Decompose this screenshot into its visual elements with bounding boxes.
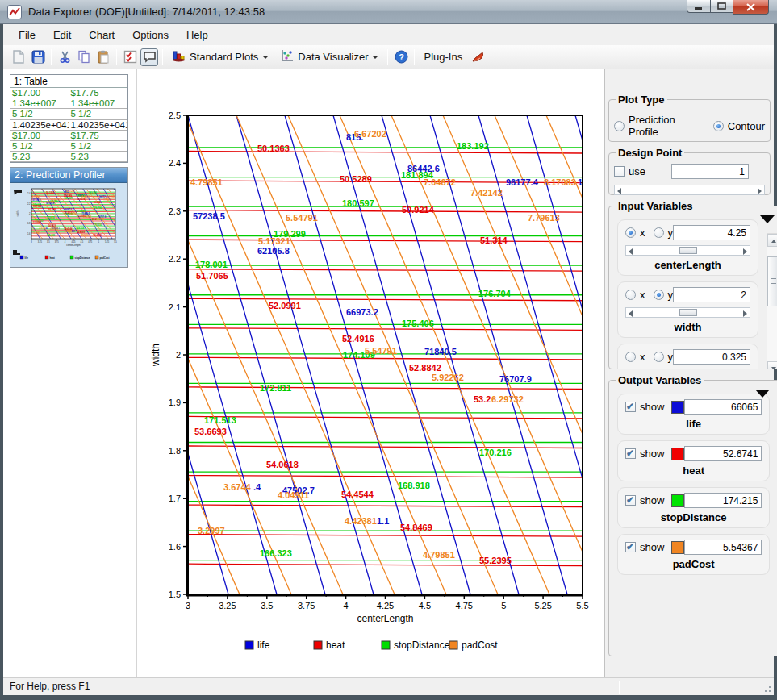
slider-right-arrow-icon[interactable] — [743, 310, 747, 317]
svg-text:76707.9: 76707.9 — [499, 374, 532, 384]
data-visualizer-button[interactable]: Data Visualizer — [274, 48, 384, 66]
menu-file[interactable]: File — [10, 26, 44, 44]
maximize-button[interactable] — [711, 0, 733, 13]
plot-area[interactable]: 50.1363815.6.67202183.1924.7985150.52898… — [137, 69, 604, 677]
menu-edit[interactable]: Edit — [44, 26, 80, 44]
slider-left-arrow-icon[interactable] — [629, 310, 633, 317]
series-color-swatch[interactable] — [671, 448, 684, 460]
input-variable-slider[interactable] — [625, 245, 750, 256]
show-checkbox[interactable] — [625, 542, 636, 552]
series-color-swatch[interactable] — [671, 401, 684, 414]
svg-text:15: 15 — [115, 195, 118, 198]
svg-text:57238.5: 57238.5 — [193, 211, 225, 221]
window-buttons — [687, 0, 769, 15]
slider-right-arrow-icon[interactable] — [743, 248, 747, 255]
y-axis-radio[interactable] — [654, 227, 664, 238]
svg-text:3.25: 3.25 — [219, 601, 236, 610]
scrollbar-thumb[interactable] — [767, 256, 777, 306]
new-icon[interactable] — [10, 48, 27, 66]
checklist-icon[interactable] — [121, 48, 139, 66]
y-axis-radio[interactable] — [654, 290, 664, 300]
show-label: show — [640, 401, 664, 413]
svg-text:5.54791: 5.54791 — [69, 212, 78, 215]
design-point-input[interactable] — [671, 164, 749, 179]
plugin-flag-icon[interactable] — [469, 48, 487, 66]
save-icon[interactable] — [29, 48, 47, 66]
input-variables-scrollbar[interactable] — [767, 233, 777, 369]
status-text: For Help, press F1 — [10, 681, 90, 692]
y-axis-radio[interactable] — [654, 352, 664, 362]
output-variable-value[interactable] — [684, 540, 762, 555]
scroll-up-button[interactable] — [767, 234, 777, 247]
svg-text:176.704: 176.704 — [478, 289, 512, 298]
table-cell: 5 1/2 — [69, 141, 128, 151]
help-icon[interactable]: ? — [392, 48, 410, 66]
svg-text:padCost: padCost — [462, 640, 498, 651]
output-variable-value[interactable] — [684, 493, 762, 508]
plugins-button[interactable]: Plug-Ins — [418, 49, 468, 65]
slider-left-arrow-icon[interactable] — [617, 188, 621, 194]
output-variable-value[interactable] — [684, 399, 762, 415]
table-cell: 5.23 — [69, 152, 128, 161]
table-cell: $17.00 — [10, 131, 69, 140]
output-variable-card: showpadCost — [617, 534, 770, 575]
table-cell: 5 1/2 — [69, 109, 128, 119]
show-checkbox[interactable] — [625, 448, 636, 459]
menu-chart[interactable]: Chart — [80, 26, 123, 44]
menu-help[interactable]: Help — [178, 26, 217, 44]
table-row: 1.40235e+0411.40235e+041 — [10, 120, 127, 131]
close-button[interactable] — [733, 0, 769, 15]
scatter-icon — [280, 49, 294, 65]
contour-plot[interactable]: 50.1363815.6.67202183.1924.7985150.52898… — [137, 69, 604, 677]
svg-text:.4: .4 — [253, 482, 261, 492]
plot-type-radio-prediction-profile[interactable] — [614, 121, 625, 131]
svg-text:5.5: 5.5 — [576, 601, 588, 610]
svg-text:5.92262: 5.92262 — [432, 373, 464, 382]
toolbar: Standard Plots Data Visualizer ? Plug-In… — [3, 45, 774, 69]
input-variable-value[interactable] — [673, 287, 750, 302]
svg-text:50.5289: 50.5289 — [340, 174, 372, 184]
svg-text:1.5: 1.5 — [169, 590, 181, 599]
input-variable-value[interactable] — [673, 225, 750, 240]
paste-icon[interactable] — [94, 48, 112, 66]
slider-left-arrow-icon[interactable] — [629, 248, 633, 255]
collapse-triangle-icon[interactable] — [755, 390, 770, 398]
svg-text:3.75: 3.75 — [298, 601, 315, 610]
series-color-swatch[interactable] — [671, 494, 684, 507]
slider-thumb[interactable] — [679, 309, 697, 316]
input-variable-value[interactable] — [673, 349, 750, 365]
input-variable-slider[interactable] — [625, 307, 750, 318]
slider-thumb[interactable] — [679, 247, 697, 254]
svg-text:1.1: 1.1 — [72, 230, 75, 233]
sidebar-item-prediction-profiler[interactable]: 2: Prediction Profiler 50.1363815.6.6720… — [10, 167, 128, 268]
title-bar[interactable]: Data Explorer (DOE)[Untitled]: 7/14/2011… — [0, 0, 777, 24]
minimize-button[interactable] — [687, 0, 711, 13]
content-area: 1: Table $17.00$17.751.34e+0071.34e+0075… — [3, 69, 774, 677]
show-checkbox[interactable] — [625, 495, 636, 506]
svg-text:170.216: 170.216 — [479, 448, 512, 457]
sidebar-item-table[interactable]: 1: Table $17.00$17.751.34e+0071.34e+0075… — [10, 74, 128, 163]
standard-plots-button[interactable]: Standard Plots — [166, 48, 274, 66]
menu-options[interactable]: Options — [123, 26, 178, 44]
table-cell: $17.75 — [69, 88, 128, 98]
svg-text:172.811: 172.811 — [260, 383, 291, 393]
copy-icon[interactable] — [75, 48, 93, 66]
cut-icon[interactable] — [56, 48, 73, 66]
slider-right-arrow-icon[interactable] — [758, 188, 762, 194]
svg-text:life: life — [257, 640, 270, 651]
comment-icon[interactable] — [140, 48, 158, 66]
x-axis-radio[interactable] — [625, 352, 636, 362]
plot-type-radio-contour[interactable] — [713, 121, 724, 131]
resize-grip[interactable] — [762, 683, 771, 693]
design-point-slider[interactable] — [614, 185, 765, 195]
use-checkbox[interactable] — [614, 166, 625, 177]
x-axis-radio[interactable] — [625, 290, 636, 300]
collapse-triangle-icon[interactable] — [760, 215, 775, 223]
show-label: show — [640, 448, 664, 460]
scroll-down-button[interactable] — [767, 361, 777, 369]
show-checkbox[interactable] — [625, 402, 636, 412]
output-variable-value[interactable] — [684, 446, 762, 461]
output-variables-title: Output Variables — [616, 374, 704, 386]
x-axis-radio[interactable] — [625, 227, 636, 238]
series-color-swatch[interactable] — [671, 541, 684, 554]
